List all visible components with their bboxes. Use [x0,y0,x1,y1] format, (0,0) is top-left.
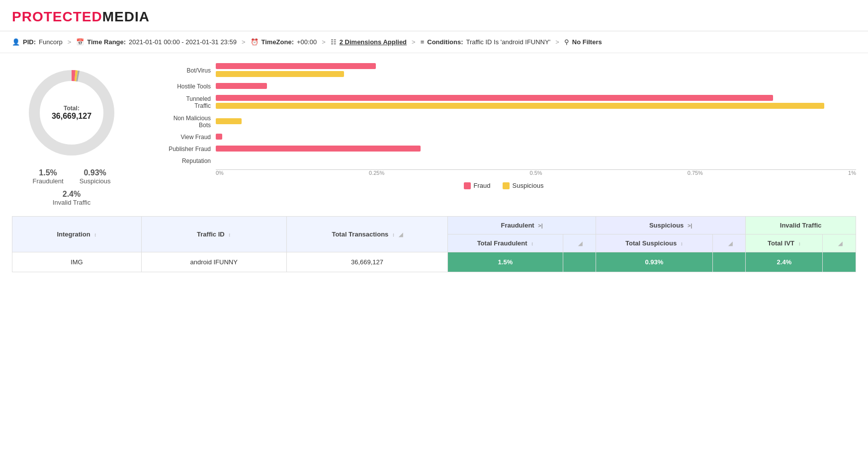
timezone-value: +00:00 [297,38,317,46]
th-traffic-id[interactable]: Traffic ID ↕ [141,217,286,252]
td-total-fraudulent: 1.5% [448,252,563,272]
pid-value: Funcorp [39,38,63,46]
filter-fraud-icon[interactable]: ◢ [578,240,582,246]
bars-container [216,63,856,78]
legend-suspicious-dot [503,182,510,189]
fraudulent-pct: 1.5% [39,168,57,177]
time-range-label: Time Range: [87,38,126,46]
axis-label: 1% [848,170,856,176]
conditions-value: Traffic ID Is 'android IFUNNY' [466,38,550,46]
axis-labels: 0%0.25%0.5%0.75%1% [216,170,856,176]
chart-row-label: Non MaliciousBots [151,115,216,129]
bars-container [216,134,856,141]
fraudulent-expand-icon[interactable]: >| [538,223,543,229]
total-number: 36,669,127 [52,112,91,121]
table-header-row1: Integration ↕ Traffic ID ↕ Total Transac… [12,217,856,234]
th-total-transactions[interactable]: Total Transactions ↕ ◢ [286,217,448,252]
th-total-suspicious[interactable]: Total Suspicious ↕ [596,234,713,252]
legend-fraud-dot [464,182,471,189]
chart-row-label: Hostile Tools [151,83,216,90]
td-fraud-filter [563,252,596,272]
th-suspicious-filter[interactable]: ◢ [712,234,746,252]
suspicious-bar [216,71,344,77]
fraud-bar-wrapper [216,134,856,141]
legend-suspicious-label: Suspicious [513,182,544,189]
pid-label: PID: [23,38,36,46]
person-icon: 👤 [12,38,20,46]
filter-icon: ⚲ [564,38,569,46]
td-total-suspicious: 0.93% [596,252,713,272]
bar-chart: Bot/VirusHostile ToolsTunneledTrafficNon… [151,63,856,164]
sort-total-suspicious-icon[interactable]: ↕ [681,241,683,246]
suspicious-bar [216,103,824,109]
table-row: IMGandroid IFUNNY36,669,1271.5%0.93%2.4% [12,252,856,272]
logo-protected: PROTECTED [12,9,102,25]
suspicious-pct: 0.93% [84,168,106,177]
sep5: > [555,38,559,46]
bars-container [216,146,856,153]
bars-container [216,83,856,90]
filter-total-tx-icon[interactable]: ◢ [399,232,403,237]
fraud-bar [216,134,222,140]
sep4: > [412,38,416,46]
total-text: Total: [52,105,91,112]
breadcrumb: 👤 PID: Funcorp > 📅 Time Range: 2021-01-0… [0,31,868,53]
stats-row: 1.5% Fraudulent 0.93% Suspicious [32,168,110,185]
sort-integration-icon[interactable]: ↕ [94,232,96,237]
chart-section: Bot/VirusHostile ToolsTunneledTrafficNon… [151,63,856,206]
empty-bar-wrapper [216,157,856,164]
th-fraud-filter[interactable]: ◢ [563,234,596,252]
donut-section: Total: 36,669,127 1.5% Fraudulent 0.93% … [12,63,131,206]
suspicious-stat: 0.93% Suspicious [80,168,111,185]
invalid-pct: 2.4% [53,190,90,199]
sep1: > [68,38,72,46]
chart-row: Reputation [151,157,856,164]
fraud-bar-wrapper [216,83,856,90]
sort-traffic-id-icon[interactable]: ↕ [228,232,231,237]
filter-suspicious-icon[interactable]: ◢ [728,240,732,246]
axis-label: 0.25% [369,170,384,176]
th-suspicious-group: Suspicious >| [596,217,746,234]
donut-label: Total: 36,669,127 [52,105,91,121]
conditions-label: Conditions: [427,38,463,46]
fraud-bar-wrapper [216,146,856,153]
chart-row-label: Publisher Fraud [151,146,216,153]
fraudulent-label: Fraudulent [32,177,63,185]
donut-chart: Total: 36,669,127 [22,63,121,162]
suspicious-bar-wrapper [216,118,856,125]
filters-label: No Filters [572,38,602,46]
logo-media: MEDIA [102,9,150,25]
sort-total-fraudulent-icon[interactable]: ↕ [531,241,533,246]
td-ivt-filter [823,252,856,272]
th-fraudulent-group: Fraudulent >| [448,217,596,234]
th-ivt-filter[interactable]: ◢ [823,234,856,252]
logo: PROTECTED MEDIA [12,9,856,25]
sort-total-ivt-icon[interactable]: ↕ [798,241,801,246]
sort-total-tx-icon[interactable]: ↕ [392,232,395,237]
th-integration[interactable]: Integration ↕ [12,217,142,252]
dimensions-link[interactable]: 2 Dimensions Applied [340,38,407,46]
filter-ivt-icon[interactable]: ◢ [838,240,842,246]
timezone-label: TimeZone: [261,38,294,46]
chart-row: View Fraud [151,134,856,141]
legend-fraud-label: Fraud [474,182,491,189]
th-total-ivt[interactable]: Total IVT ↕ [746,234,823,252]
fraud-bar [216,63,376,69]
suspicious-label: Suspicious [80,177,111,185]
suspicious-bar-wrapper [216,71,856,78]
chart-row: TunneledTraffic [151,95,856,110]
chart-row: Bot/Virus [151,63,856,78]
conditions-icon: ≡ [421,38,425,46]
fraud-bar [216,83,267,89]
bars-container [216,157,856,164]
dimensions-icon: ☷ [331,38,337,46]
header: PROTECTED MEDIA [0,0,868,31]
td-suspicious-filter [712,252,746,272]
th-total-fraudulent[interactable]: Total Fraudulent ↕ [448,234,563,252]
bars-container [216,95,856,110]
suspicious-expand-icon[interactable]: >| [688,223,693,229]
bars-container [216,118,856,125]
chart-row-label: Bot/Virus [151,67,216,74]
table-body: IMGandroid IFUNNY36,669,1271.5%0.93%2.4% [12,252,856,272]
axis-label: 0.5% [529,170,542,176]
